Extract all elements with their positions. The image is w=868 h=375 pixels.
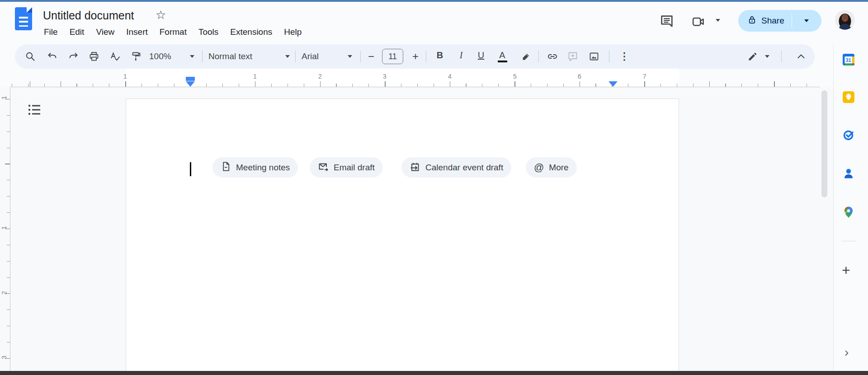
highlight-color-icon[interactable] (521, 51, 532, 62)
docs-logo-lines (19, 17, 28, 27)
menu-insert[interactable]: Insert (120, 26, 154, 38)
star-icon[interactable]: ☆ (156, 9, 166, 21)
text-color-letter: A (499, 50, 505, 60)
search-icon[interactable] (25, 51, 36, 62)
document-page[interactable] (126, 98, 679, 375)
at-icon: @ (534, 163, 544, 173)
chip-label: More (549, 163, 568, 173)
toolbar-divider (609, 51, 609, 62)
google-calendar-icon[interactable]: 31 (843, 54, 854, 66)
menu-edit[interactable]: Edit (64, 26, 90, 38)
menu-view[interactable]: View (90, 26, 120, 38)
ruler-number: 2 (318, 73, 322, 80)
ruler-number: 7 (643, 73, 646, 80)
chip-email-draft[interactable]: Email draft (310, 157, 383, 178)
text-color-swatch (498, 61, 507, 63)
vertical-ruler-number: 3 (0, 353, 8, 361)
redo-icon[interactable] (68, 51, 79, 62)
svg-text:31: 31 (845, 57, 851, 63)
google-keep-icon[interactable] (843, 91, 854, 103)
menu-file[interactable]: File (38, 26, 64, 38)
font-select[interactable]: Arial (302, 50, 352, 63)
docs-logo[interactable] (15, 7, 32, 30)
lock-icon (747, 15, 757, 27)
chip-calendar-event-draft[interactable]: Calendar event draft (401, 157, 511, 178)
avatar[interactable] (835, 10, 855, 30)
video-call-icon[interactable] (692, 15, 705, 28)
chip-label: Meeting notes (236, 163, 290, 173)
left-indent-marker[interactable] (186, 81, 195, 87)
share-caret-icon (804, 19, 809, 22)
google-tasks-icon[interactable] (843, 129, 854, 141)
paint-format-icon[interactable] (131, 51, 142, 62)
insert-image-icon[interactable] (589, 51, 599, 62)
share-label: Share (761, 16, 784, 26)
toolbar: 100% Normal text Arial − 11 + B I U A (15, 44, 815, 69)
menubar: File Edit View Insert Format Tools Exten… (38, 26, 307, 38)
chip-label: Calendar event draft (425, 163, 503, 173)
vertical-ruler-number: 2 (0, 289, 8, 297)
document-icon (221, 161, 231, 173)
toolbar-divider (202, 51, 203, 62)
vertical-scrollbar-thumb[interactable] (821, 90, 827, 197)
toolbar-divider (538, 51, 539, 62)
chip-meeting-notes[interactable]: Meeting notes (212, 157, 298, 178)
toolbar-divider (781, 51, 782, 62)
video-call-caret-icon[interactable] (716, 19, 720, 22)
ruler-inch-ticks (10, 81, 820, 87)
share-button-main[interactable]: Share (738, 10, 792, 32)
editing-mode-caret-icon[interactable] (765, 55, 769, 58)
hide-menus-chevron-up-icon[interactable] (796, 51, 807, 62)
ruler-number: 3 (383, 73, 387, 80)
google-contacts-icon[interactable] (843, 168, 854, 179)
google-docs-app: Untitled document ☆ File Edit View Inser… (0, 0, 868, 375)
spellcheck-icon[interactable] (110, 51, 121, 62)
italic-button[interactable]: I (455, 50, 467, 61)
font-value: Arial (302, 52, 319, 61)
share-button: Share (738, 10, 821, 32)
comment-history-icon[interactable] (660, 14, 674, 28)
email-icon (318, 161, 329, 174)
zoom-select[interactable]: 100% (149, 50, 194, 63)
menu-format[interactable]: Format (154, 26, 193, 38)
more-options-icon[interactable]: ⋮ (619, 51, 630, 62)
add-comment-icon[interactable] (567, 51, 578, 62)
print-icon[interactable] (89, 51, 99, 62)
undo-icon[interactable] (47, 51, 58, 62)
text-cursor (190, 162, 191, 176)
side-panel-divider (841, 241, 856, 241)
share-caret-button[interactable] (792, 10, 821, 32)
ruler-number: 6 (578, 73, 581, 80)
vertical-ruler-number: 1 (0, 224, 8, 232)
chip-more[interactable]: @ More (526, 157, 577, 178)
window-bottom-edge (0, 371, 868, 375)
toolbar-divider (360, 51, 361, 62)
paragraph-style-caret-icon (285, 55, 290, 58)
menu-extensions[interactable]: Extensions (224, 26, 278, 38)
chip-label: Email draft (334, 163, 375, 173)
paragraph-style-select[interactable]: Normal text (208, 50, 290, 63)
menu-tools[interactable]: Tools (193, 26, 224, 38)
insert-link-icon[interactable] (547, 51, 558, 62)
font-size-input[interactable]: 11 (382, 49, 403, 64)
document-outline-icon[interactable] (27, 103, 42, 116)
collapse-panel-chevron-icon[interactable]: › (844, 346, 849, 359)
editing-mode-pencil-icon[interactable] (747, 51, 758, 62)
first-line-indent-marker[interactable] (186, 77, 195, 81)
text-color-button[interactable]: A (496, 50, 508, 61)
underline-button[interactable]: U (475, 50, 487, 61)
zoom-value: 100% (149, 52, 171, 61)
increase-font-size-button[interactable]: + (410, 51, 421, 62)
menu-help[interactable]: Help (278, 26, 307, 38)
right-indent-marker[interactable] (609, 81, 618, 87)
ruler-number: 5 (513, 73, 517, 80)
docs-logo-fold (27, 7, 32, 13)
ruler-number: 4 (448, 73, 452, 80)
bold-button[interactable]: B (434, 50, 446, 61)
toolbar-divider (295, 51, 296, 62)
get-addons-plus-icon[interactable]: + (842, 263, 850, 277)
decrease-font-size-button[interactable]: − (366, 51, 377, 62)
ruler-number: 1 (253, 73, 257, 80)
document-title[interactable]: Untitled document (43, 9, 134, 22)
google-maps-icon[interactable] (843, 206, 854, 218)
